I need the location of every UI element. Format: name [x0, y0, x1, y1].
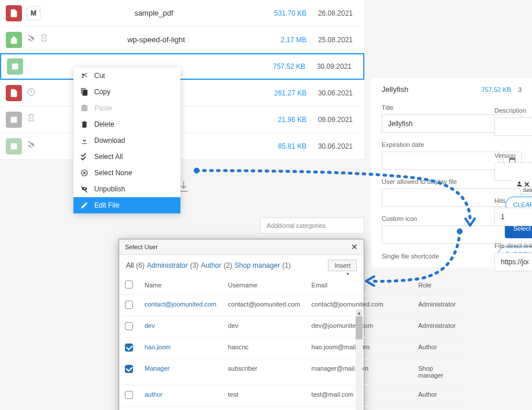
select-all-checkbox[interactable]	[125, 280, 133, 289]
insert-button[interactable]: Insert	[328, 260, 357, 271]
file-row[interactable]: 85.81 KB 30.06.2021	[0, 133, 364, 160]
ctx-cut[interactable]: Cut	[73, 68, 180, 84]
user-name-link[interactable]: contact@joomunited.com	[145, 301, 216, 308]
file-row[interactable]: le 21.96 KB 09.09.2021	[0, 106, 364, 133]
hits-input[interactable]	[494, 208, 532, 226]
user-name-link[interactable]: author	[145, 391, 162, 398]
col-name[interactable]: Name	[139, 276, 222, 295]
user-row[interactable]: dev dev dev@joomunited.com Administrator	[119, 316, 461, 338]
hourglass-icon	[27, 114, 36, 125]
select-user-modal: Select User ✕ All(6) Administrator(3) Au…	[119, 239, 364, 410]
ctx-label: Edit File	[94, 201, 119, 209]
file-date: 30.09.2021	[305, 62, 357, 71]
file-date: 30.06.2021	[306, 142, 359, 150]
ctx-copy[interactable]: Copy	[73, 84, 180, 100]
modified-badge: M	[27, 6, 40, 20]
ctx-label: Select None	[94, 169, 132, 177]
ctx-paste[interactable]: Paste	[73, 100, 180, 116]
img-file-icon	[7, 58, 23, 75]
file-size: 531.70 KB	[260, 9, 306, 17]
user-table: Name Username Email Role contact@joomuni…	[119, 276, 461, 410]
link-label: File direct link	[494, 242, 532, 249]
file-row[interactable]: 757.52 KB 30.09.2021	[0, 53, 364, 80]
user-role: Administrator	[412, 316, 461, 338]
hits-label: Hits	[494, 197, 532, 204]
file-size: 85.81 KB	[260, 142, 306, 150]
ctx-select-all[interactable]: Select All	[73, 149, 180, 165]
filter-shop-manager[interactable]: Shop manager	[234, 261, 280, 269]
user-username: tristan.hervouet	[222, 407, 305, 411]
ctx-label: Download	[94, 136, 125, 145]
svg-point-2	[194, 168, 200, 173]
file-size: 261.27 KB	[260, 89, 306, 97]
ctx-label: Unpublish	[94, 185, 125, 193]
description-input[interactable]	[494, 117, 532, 136]
col-email[interactable]: Email	[306, 276, 413, 295]
ctx-label: Copy	[94, 88, 110, 96]
scroll-thumb[interactable]	[356, 316, 363, 339]
role-filter-links: All(6) Administrator(3) Author(2) Shop m…	[126, 261, 291, 269]
scroll-up-icon[interactable]: ▲	[356, 309, 363, 316]
shortcode-label: Single file shortcode	[382, 253, 439, 260]
filter-all[interactable]: All	[126, 261, 134, 269]
user-name-link[interactable]: dev	[145, 322, 155, 329]
edit-right-column: Description Version Hits File direct lin…	[494, 78, 532, 290]
user-row[interactable]: contact@joomunited.com contact@joomunite…	[119, 295, 461, 316]
user-role: Author	[412, 385, 461, 407]
ctx-delete[interactable]: Delete	[73, 116, 180, 132]
eye-off-icon	[27, 34, 36, 46]
clock-icon	[27, 87, 36, 99]
file-size: 2.17 MB	[260, 36, 306, 44]
user-row[interactable]: hao.joom haocnc hao.joom@mail.com Author	[119, 338, 461, 359]
row-checkbox[interactable]	[125, 343, 133, 352]
row-checkbox[interactable]	[125, 301, 133, 309]
file-date: 25.08.2021	[306, 36, 359, 44]
additional-categories-input[interactable]: Additional categories	[260, 217, 364, 234]
ctx-edit[interactable]: Edit File	[73, 197, 180, 213]
user-row[interactable]: author test test@mail.com Author	[119, 385, 461, 407]
user-username: contact@joomunited.com	[222, 295, 305, 316]
link-input[interactable]	[494, 253, 532, 271]
file-row[interactable]: wp-speed-of-light 2.17 MB 25.08.2021	[0, 27, 364, 53]
file-name: wp-speed-of-light	[52, 35, 260, 44]
col-role[interactable]: Role	[412, 276, 461, 295]
modal-scrollbar[interactable]: ▲ ▼	[356, 316, 363, 410]
user-name-link[interactable]: Manager	[145, 365, 169, 372]
other-file-icon	[6, 138, 22, 154]
user-row[interactable]: tristan.hervouet tristan.hervouet trista…	[119, 407, 461, 411]
zip-file-icon	[6, 32, 22, 48]
user-row[interactable]: Manager subscriber manager@mail.com Shop…	[119, 359, 461, 385]
file-date: 26.08.2021	[306, 9, 359, 17]
file-name: sample_pdf	[47, 9, 260, 17]
ctx-label: Select All	[94, 153, 123, 161]
row-checkbox[interactable]	[125, 365, 133, 373]
row-checkbox[interactable]	[125, 391, 133, 399]
row-checkbox[interactable]	[125, 322, 133, 330]
user-username: dev	[222, 316, 305, 338]
user-role: Administrator	[412, 295, 461, 316]
user-username: test	[222, 385, 305, 407]
expiration-input[interactable]	[382, 152, 500, 170]
ctx-select-none[interactable]: Select None	[73, 165, 180, 181]
file-size: 21.96 KB	[260, 116, 306, 124]
version-input[interactable]	[494, 162, 532, 181]
modal-close-icon[interactable]: ✕	[351, 242, 358, 252]
filter-author[interactable]: Author	[201, 261, 221, 269]
file-date: 30.06.2021	[306, 89, 359, 97]
eye-off-icon	[27, 141, 36, 152]
user-name-link[interactable]: hao.joom	[145, 343, 171, 350]
ctx-download[interactable]: Download	[73, 132, 180, 149]
file-size: 757.52 KB	[259, 62, 305, 71]
file-row[interactable]: 11 261.27 KB 30.06.2021	[0, 80, 364, 106]
col-username[interactable]: Username	[222, 276, 305, 295]
ctx-label: Paste	[94, 104, 112, 112]
file-list: M sample_pdf 531.70 KB 26.08.2021 wp-spe…	[0, 0, 364, 160]
svg-file-icon	[6, 112, 22, 128]
file-date: 09.09.2021	[306, 116, 359, 124]
ctx-unpublish[interactable]: Unpublish	[73, 181, 180, 197]
file-row[interactable]: M sample_pdf 531.70 KB 26.08.2021	[0, 0, 364, 27]
hourglass-icon	[39, 34, 49, 46]
filter-administrator[interactable]: Administrator	[147, 261, 188, 269]
pdf-file-icon	[6, 85, 22, 101]
user-role: Shop manager	[412, 359, 461, 385]
